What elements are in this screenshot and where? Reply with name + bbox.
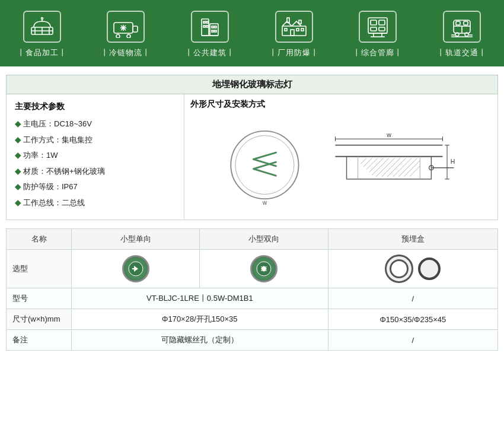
double-arrow-circle [250, 255, 277, 282]
spec-voltage: 主电压：DC18~36V [23, 118, 92, 130]
cell-selection-double [200, 250, 328, 288]
svg-rect-18 [203, 21, 205, 23]
cell-remark-value: 可隐藏螺丝孔（定制） [72, 330, 328, 351]
col-header-single: 小型单向 [72, 229, 200, 250]
svg-line-68 [393, 158, 412, 176]
rail-icon-box [443, 11, 481, 43]
product-title: 地埋钢化玻璃标志灯 [6, 75, 498, 94]
spec-right: 外形尺寸及安装方式 w [184, 94, 497, 220]
svg-rect-27 [291, 30, 294, 36]
cell-model-label: 型号 [7, 288, 72, 309]
cell-size-value: Φ170×28/开孔150×35 [72, 309, 328, 330]
cold-icon-box [107, 11, 145, 43]
table-row-model: 型号 VT-BLJC-1LRE丨0.5W-DM1B1 / [7, 288, 498, 309]
banner-item-corridor: 丨综合管廊丨 [353, 11, 403, 58]
svg-rect-34 [371, 20, 377, 25]
spec-right-title: 外形尺寸及安装方式 [190, 99, 492, 110]
banner-item-rail: 丨轨道交通丨 [437, 11, 487, 58]
svg-rect-21 [206, 26, 208, 27]
table-header-row: 名称 小型单向 小型双向 预埋盒 [7, 229, 498, 250]
spec-item-bus: ◆ 工作总线：二总线 [15, 197, 176, 209]
svg-rect-8 [133, 26, 138, 32]
rail-icon [449, 15, 475, 38]
cell-size-prebury: Φ150×35/Φ235×45 [328, 309, 497, 330]
cell-model-prebury: / [328, 288, 497, 309]
cell-selection-rings [328, 250, 497, 288]
svg-rect-24 [212, 30, 213, 32]
table-row-remark: 备注 可隐藏螺丝孔（定制） / [7, 330, 498, 351]
svg-line-62 [366, 158, 378, 169]
spec-item-protection: ◆ 防护等级：IP67 [15, 181, 176, 193]
svg-line-60 [361, 158, 366, 164]
factory-icon [281, 15, 307, 38]
banner-item-food: 丨食品加工丨 [17, 11, 67, 58]
svg-point-6 [41, 18, 43, 20]
table-row-size: 尺寸(w×h)mm Φ170×28/开孔150×35 Φ150×35/Φ235×… [7, 309, 498, 330]
banner-item-factory: 丨厂用防爆丨 [269, 11, 319, 58]
svg-rect-35 [379, 20, 385, 25]
svg-rect-25 [215, 30, 216, 32]
svg-rect-45 [464, 21, 468, 25]
svg-line-67 [387, 158, 406, 176]
table-row-selection: 选型 [7, 250, 498, 288]
spec-material: 材质：不锈钢+钢化玻璃 [23, 166, 105, 177]
cold-label: 丨冷链物流丨 [101, 47, 151, 58]
building-icon [197, 15, 223, 38]
ring-inner [390, 259, 409, 278]
svg-rect-29 [296, 28, 299, 31]
spec-item-material: ◆ 材质：不锈钢+钢化玻璃 [15, 166, 176, 177]
prebury-rings [334, 255, 492, 283]
ring-outer [385, 255, 413, 283]
cell-selection-single [72, 250, 200, 288]
svg-rect-22 [212, 26, 213, 28]
svg-rect-37 [379, 27, 385, 31]
svg-text:H: H [451, 158, 455, 165]
col-header-prebury: 预埋盒 [328, 229, 497, 250]
svg-line-63 [369, 158, 384, 172]
single-arrow-img [78, 255, 193, 282]
bullet-mode: ◆ [15, 134, 21, 146]
cold-icon [113, 15, 139, 38]
product-table: 名称 小型单向 小型双向 预埋盒 选型 [6, 228, 498, 351]
spec-bus: 工作总线：二总线 [23, 197, 85, 209]
food-icon [29, 15, 55, 38]
double-arrow-img [206, 255, 321, 282]
col-header-double: 小型双向 [200, 229, 328, 250]
col-header-name: 名称 [7, 229, 72, 250]
banner-item-cold: 丨冷链物流丨 [101, 11, 151, 58]
corridor-icon [365, 15, 391, 38]
svg-rect-36 [371, 27, 377, 31]
food-icon-box [23, 11, 61, 43]
building-label: 丨公共建筑丨 [185, 47, 235, 58]
food-label: 丨食品加工丨 [17, 47, 67, 58]
svg-rect-20 [203, 26, 205, 27]
cell-model-value: VT-BLJC-1LRE丨0.5W-DM1B1 [72, 288, 328, 309]
spec-item-mode: ◆ 工作方式：集电集控 [15, 134, 176, 146]
svg-line-69 [398, 158, 417, 176]
spec-mode: 工作方式：集电集控 [23, 134, 92, 146]
svg-rect-30 [301, 28, 304, 31]
svg-rect-23 [215, 26, 216, 28]
svg-rect-32 [299, 20, 301, 24]
single-arrow-icon [127, 260, 144, 277]
spec-protection: 防护等级：IP67 [23, 181, 78, 193]
svg-text:w: w [386, 132, 391, 138]
bullet-power: ◆ [15, 150, 21, 161]
spec-power: 功率：1W [23, 150, 58, 161]
bullet-material: ◆ [15, 166, 21, 177]
svg-point-9 [116, 34, 120, 38]
spec-area: 主要技术参数 ◆ 主电压：DC18~36V ◆ 工作方式：集电集控 ◆ 功率：1… [6, 94, 498, 220]
dimension-svg: w [222, 123, 460, 206]
corridor-label: 丨综合管廊丨 [353, 47, 403, 58]
spec-diagram: w [190, 115, 492, 215]
cell-remark-label: 备注 [7, 330, 72, 351]
bullet-voltage: ◆ [15, 118, 21, 130]
spec-item-power: ◆ 功率：1W [15, 150, 176, 161]
double-arrow-icon [256, 260, 272, 277]
factory-label: 丨厂用防爆丨 [269, 47, 319, 58]
svg-rect-16 [210, 24, 218, 36]
single-arrow-circle [122, 255, 149, 282]
ring-small [418, 258, 441, 280]
spec-item-voltage: ◆ 主电压：DC18~36V [15, 118, 176, 130]
svg-line-71 [410, 166, 420, 176]
